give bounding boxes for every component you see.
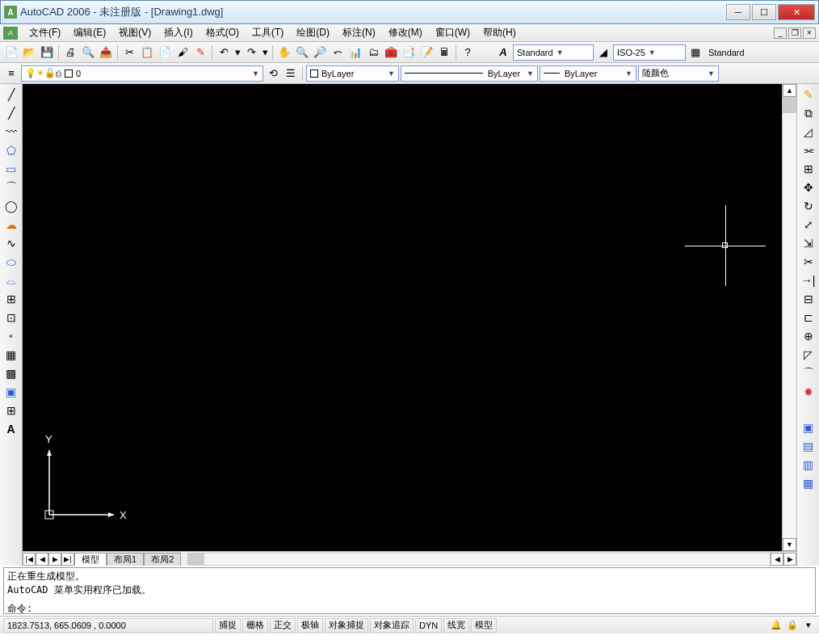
array-icon[interactable]: ⊞ <box>800 160 817 178</box>
dim-style-icon[interactable]: ◢ <box>595 44 611 61</box>
toggle-lwt[interactable]: 线宽 <box>443 618 469 633</box>
polygon-icon[interactable]: ⬠ <box>2 141 20 159</box>
explode-icon[interactable]: ✸ <box>800 383 817 401</box>
save-icon[interactable]: 💾 <box>39 44 55 61</box>
linetype-dropdown[interactable]: ByLayer ▼ <box>401 65 538 82</box>
menu-draw[interactable]: 绘图(D) <box>290 24 336 41</box>
revcloud-icon[interactable]: ☁ <box>2 216 20 234</box>
gradient-icon[interactable]: ▩ <box>2 364 20 382</box>
block-editor-icon[interactable]: ✎ <box>192 44 208 61</box>
undo-icon[interactable]: ↶ <box>216 44 232 61</box>
join-icon[interactable]: ⊕ <box>800 327 817 345</box>
draworder-under-icon[interactable]: ▦ <box>800 474 817 492</box>
text-style-dropdown[interactable]: Standard▼ <box>513 44 594 61</box>
stretch-icon[interactable]: ⇲ <box>800 234 817 252</box>
toggle-otrack[interactable]: 对象追踪 <box>370 618 414 633</box>
hatch-icon[interactable]: ▦ <box>2 346 20 364</box>
insert-block-icon[interactable]: ⊞ <box>2 290 20 308</box>
layer-states-icon[interactable]: ☰ <box>283 65 299 82</box>
scroll-left-icon[interactable]: ◀ <box>771 553 783 566</box>
sheet-set-icon[interactable]: 📑 <box>401 44 417 61</box>
open-icon[interactable]: 📂 <box>21 44 37 61</box>
scroll-right-icon[interactable]: ▶ <box>783 553 796 566</box>
copy-obj-icon[interactable]: ⧉ <box>800 104 817 122</box>
toggle-grid[interactable]: 栅格 <box>242 618 268 633</box>
quickcalc-icon[interactable]: 🖩 <box>436 44 452 61</box>
move-icon[interactable]: ✥ <box>800 179 817 196</box>
arc-icon[interactable]: ⌒ <box>2 179 20 196</box>
menu-help[interactable]: 帮助(H) <box>477 24 523 41</box>
toggle-polar[interactable]: 极轴 <box>297 618 323 633</box>
rectangle-icon[interactable]: ▭ <box>2 160 20 178</box>
undo-dd-icon[interactable]: ▾ <box>233 44 242 61</box>
draworder-front-icon[interactable]: ▣ <box>800 419 817 436</box>
dim-style-dropdown[interactable]: ISO-25▼ <box>613 44 686 61</box>
menu-format[interactable]: 格式(O) <box>200 24 246 41</box>
command-line[interactable]: 正在重生成模型。 AutoCAD 菜单实用程序已加载。 命令: <box>3 567 816 614</box>
mirror-icon[interactable]: ◿ <box>800 123 817 141</box>
offset-icon[interactable]: ⫘ <box>800 141 817 159</box>
ellipse-arc-icon[interactable]: ⌓ <box>2 271 20 289</box>
color-dropdown[interactable]: ByLayer ▼ <box>306 65 399 82</box>
print-preview-icon[interactable]: 🔍 <box>80 44 96 61</box>
pan-icon[interactable]: ✋ <box>276 44 292 61</box>
zoom-rt-icon[interactable]: 🔍 <box>294 44 310 61</box>
table-icon[interactable]: ⊞ <box>2 402 20 419</box>
line-icon[interactable]: ╱ <box>2 86 20 103</box>
scroll-up-icon[interactable]: ▲ <box>783 84 796 97</box>
toggle-ortho[interactable]: 正交 <box>270 618 296 633</box>
layer-dropdown[interactable]: 💡 ☀ 🔓 ⎙ 0 ▼ <box>21 65 263 82</box>
mdi-close[interactable]: × <box>803 27 816 39</box>
trim-icon[interactable]: ✂ <box>800 253 817 271</box>
design-center-icon[interactable]: 🗂 <box>365 44 381 61</box>
extend-icon[interactable]: →| <box>800 271 817 289</box>
redo-icon[interactable]: ↷ <box>243 44 259 61</box>
ellipse-icon[interactable]: ⬭ <box>2 253 20 271</box>
match-props-icon[interactable]: 🖌 <box>174 44 191 61</box>
drawing-canvas[interactable]: X Y <box>23 84 782 551</box>
lock-tray-icon[interactable]: 🔒 <box>785 618 800 633</box>
plotstyle-dropdown[interactable]: 随颜色 ▼ <box>638 65 719 82</box>
mdi-minimize[interactable]: _ <box>774 27 787 39</box>
mdi-restore[interactable]: ❐ <box>788 27 801 39</box>
erase-icon[interactable]: ✎ <box>800 86 817 103</box>
rotate-icon[interactable]: ↻ <box>800 197 817 215</box>
circle-icon[interactable]: ◯ <box>2 197 20 215</box>
redo-dd-icon[interactable]: ▾ <box>261 44 269 61</box>
make-block-icon[interactable]: ⊡ <box>2 309 20 326</box>
tab-layout1[interactable]: 布局1 <box>107 553 144 566</box>
break-icon[interactable]: ⊏ <box>800 309 817 326</box>
scroll-down-icon[interactable]: ▼ <box>783 538 796 551</box>
paste-icon[interactable]: 📄 <box>157 44 173 61</box>
draworder-above-icon[interactable]: ▥ <box>800 456 817 474</box>
menu-dimension[interactable]: 标注(N) <box>336 24 382 41</box>
tray-settings-icon[interactable]: ▾ <box>801 618 816 633</box>
tab-layout2[interactable]: 布局2 <box>144 553 181 566</box>
lineweight-dropdown[interactable]: ByLayer ▼ <box>540 65 636 82</box>
print-icon[interactable]: 🖨 <box>62 44 78 61</box>
tab-last-icon[interactable]: ▶| <box>61 553 74 566</box>
polyline-icon[interactable]: 〰 <box>2 123 20 141</box>
chamfer-icon[interactable]: ◸ <box>800 346 817 364</box>
tab-model[interactable]: 模型 <box>74 553 107 566</box>
markup-icon[interactable]: 📝 <box>418 44 435 61</box>
tab-next-icon[interactable]: ▶ <box>48 553 61 566</box>
menu-edit[interactable]: 编辑(E) <box>67 24 112 41</box>
layer-manager-icon[interactable]: ≡ <box>3 65 19 82</box>
maximize-button[interactable]: ☐ <box>752 4 776 20</box>
table-style-icon[interactable]: ▦ <box>687 44 704 61</box>
vertical-scrollbar[interactable]: ▲ ▼ <box>782 84 796 551</box>
publish-icon[interactable]: 📤 <box>98 44 114 61</box>
cut-icon[interactable]: ✂ <box>121 44 137 61</box>
minimize-button[interactable]: ─ <box>726 4 750 20</box>
horizontal-scrollbar[interactable] <box>187 553 771 566</box>
zoom-prev-icon[interactable]: ⤺ <box>330 44 346 61</box>
tab-first-icon[interactable]: |◀ <box>23 553 36 566</box>
break-point-icon[interactable]: ⊟ <box>800 290 817 308</box>
toggle-dyn[interactable]: DYN <box>415 618 442 633</box>
text-style-icon[interactable]: A <box>495 44 511 61</box>
zoom-window-icon[interactable]: 🔎 <box>312 44 328 61</box>
scale-icon[interactable]: ⤢ <box>800 216 817 234</box>
help-icon[interactable]: ? <box>460 44 476 61</box>
mtext-icon[interactable]: A <box>2 420 20 438</box>
